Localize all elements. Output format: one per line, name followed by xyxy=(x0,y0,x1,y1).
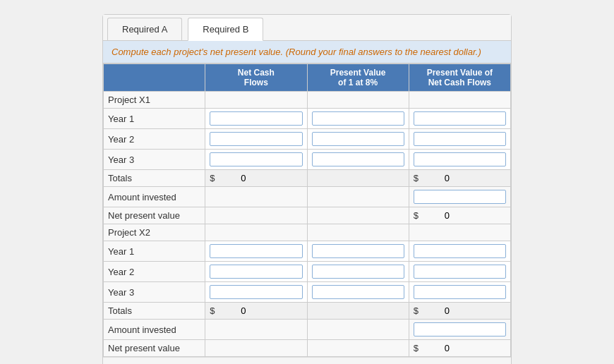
x1-npv-row: Net present value $ 0 xyxy=(104,207,511,224)
project-x2-pv1 xyxy=(307,224,409,241)
x2-amount-cf xyxy=(205,320,307,340)
col-header-label xyxy=(104,64,205,92)
x1-year3-label: Year 3 xyxy=(104,150,205,170)
x1-year1-pvcf-cell xyxy=(409,109,510,129)
x1-npv-dollar: $ xyxy=(414,210,419,221)
x1-year1-cf-input[interactable] xyxy=(210,111,302,126)
x1-totals-cf-dollar: $ xyxy=(210,173,215,183)
x2-npv-label: Net present value xyxy=(104,340,205,357)
x1-totals-cf: $ 0 xyxy=(205,170,307,187)
x1-totals-pvcf-val: 0 xyxy=(421,173,450,183)
x1-amount-label: Amount invested xyxy=(104,187,205,207)
x1-amount-pvcf-cell xyxy=(409,187,510,207)
x2-npv-cf xyxy=(205,340,307,357)
project-x2-row: Project X2 xyxy=(104,224,511,241)
x1-year1-pvcf-input[interactable] xyxy=(414,111,506,126)
x2-year3-pv1-input[interactable] xyxy=(312,285,404,299)
x1-year3-pvcf-cell xyxy=(409,150,510,170)
col-header-cashflows: Net CashFlows xyxy=(205,64,307,92)
x2-totals-pvcf-val: 0 xyxy=(421,305,450,316)
x1-amount-row: Amount invested xyxy=(104,187,511,207)
x2-totals-pv1 xyxy=(307,303,409,320)
x1-year2-pvcf-input[interactable] xyxy=(414,132,506,146)
x1-year2-cf-input[interactable] xyxy=(210,132,302,146)
x2-amount-pv1 xyxy=(307,320,409,340)
x2-year3-pvcf-cell xyxy=(409,282,510,303)
project-x1-pv1 xyxy=(307,92,409,109)
x1-year2-pv1-input[interactable] xyxy=(312,132,404,146)
x2-year2-pvcf-cell xyxy=(409,262,510,282)
main-container: Required A Required B Compute each proje… xyxy=(102,14,512,364)
x2-year1-pvcf-input[interactable] xyxy=(414,244,506,258)
x2-totals-cf-val: 0 xyxy=(217,305,246,316)
x1-totals-label: Totals xyxy=(104,170,205,187)
x1-npv-cf xyxy=(205,207,307,224)
x2-totals-row: Totals $ 0 $ 0 xyxy=(104,303,511,320)
x1-totals-pvcf-dollar: $ xyxy=(414,173,419,183)
x2-totals-cf-dollar: $ xyxy=(210,305,215,316)
table-row: Year 1 xyxy=(104,109,511,129)
x1-npv-pvcf: $ 0 xyxy=(409,207,510,224)
x2-npv-row: Net present value $ 0 xyxy=(104,340,511,357)
x2-npv-dollar: $ xyxy=(414,343,419,353)
x2-year2-label: Year 2 xyxy=(104,262,205,282)
x2-amount-pvcf-input[interactable] xyxy=(414,322,506,336)
x2-year3-pv1-cell xyxy=(307,282,409,303)
x2-year1-cf-input[interactable] xyxy=(210,244,302,258)
x2-year2-pvcf-input[interactable] xyxy=(414,265,506,279)
table-row: Year 2 xyxy=(104,262,511,282)
x1-amount-pvcf-input[interactable] xyxy=(414,190,506,204)
x1-year3-pv1-cell xyxy=(307,150,409,170)
x1-year3-pvcf-input[interactable] xyxy=(414,152,506,166)
project-x2-pvcf xyxy=(409,224,510,241)
x1-amount-pv1 xyxy=(307,187,409,207)
x1-npv-pv1 xyxy=(307,207,409,224)
project-x1-row: Project X1 xyxy=(104,92,511,109)
x1-year1-pv1-input[interactable] xyxy=(312,111,404,126)
instruction-suffix: (Round your final answers to the nearest… xyxy=(286,47,481,57)
instruction-prefix: Compute each project's net present value… xyxy=(112,47,283,57)
x1-year2-pv1-cell xyxy=(307,129,409,150)
table-row: Year 1 xyxy=(104,241,511,262)
x2-npv-val: 0 xyxy=(421,343,450,353)
bottom-nav: < Required A Required B > xyxy=(103,357,511,364)
x2-amount-row: Amount invested xyxy=(104,320,511,340)
x2-year2-cf-cell xyxy=(205,262,307,282)
project-x1-cf xyxy=(205,92,307,109)
x1-npv-label: Net present value xyxy=(104,207,205,224)
table-row: Year 3 xyxy=(104,282,511,303)
x1-year3-cf-input[interactable] xyxy=(210,152,302,166)
x1-npv-val: 0 xyxy=(421,210,450,221)
x1-year1-label: Year 1 xyxy=(104,109,205,129)
x2-year1-pv1-cell xyxy=(307,241,409,262)
tab-required-a[interactable]: Required A xyxy=(107,18,182,40)
x1-year2-label: Year 2 xyxy=(104,129,205,150)
x1-amount-cf xyxy=(205,187,307,207)
x1-totals-cf-val: 0 xyxy=(217,173,246,183)
x2-year2-cf-input[interactable] xyxy=(210,265,302,279)
x1-year3-cf-cell xyxy=(205,150,307,170)
x1-year3-pv1-input[interactable] xyxy=(312,152,404,166)
x2-npv-pv1 xyxy=(307,340,409,357)
tab-required-b[interactable]: Required B xyxy=(188,18,263,41)
col-header-pvcf: Present Value ofNet Cash Flows xyxy=(409,64,510,92)
x2-totals-pvcf: $ 0 xyxy=(409,303,510,320)
x2-totals-label: Totals xyxy=(104,303,205,320)
x2-year2-pv1-cell xyxy=(307,262,409,282)
x2-year3-cf-input[interactable] xyxy=(210,285,302,299)
x1-totals-pvcf: $ 0 xyxy=(409,170,510,187)
project-x1-label: Project X1 xyxy=(104,92,205,109)
x2-year1-label: Year 1 xyxy=(104,241,205,262)
col-header-pv1: Present Valueof 1 at 8% xyxy=(307,64,409,92)
x2-year1-pv1-input[interactable] xyxy=(312,244,404,258)
x2-totals-cf: $ 0 xyxy=(205,303,307,320)
tab-bar: Required A Required B xyxy=(103,15,511,41)
instruction-bar: Compute each project's net present value… xyxy=(103,41,511,63)
x2-year3-pvcf-input[interactable] xyxy=(414,285,506,299)
x1-year2-cf-cell xyxy=(205,129,307,150)
table-row: Year 3 xyxy=(104,150,511,170)
x2-year2-pv1-input[interactable] xyxy=(312,265,404,279)
x1-year1-cf-cell xyxy=(205,109,307,129)
x1-year1-pv1-cell xyxy=(307,109,409,129)
project-x2-cf xyxy=(205,224,307,241)
